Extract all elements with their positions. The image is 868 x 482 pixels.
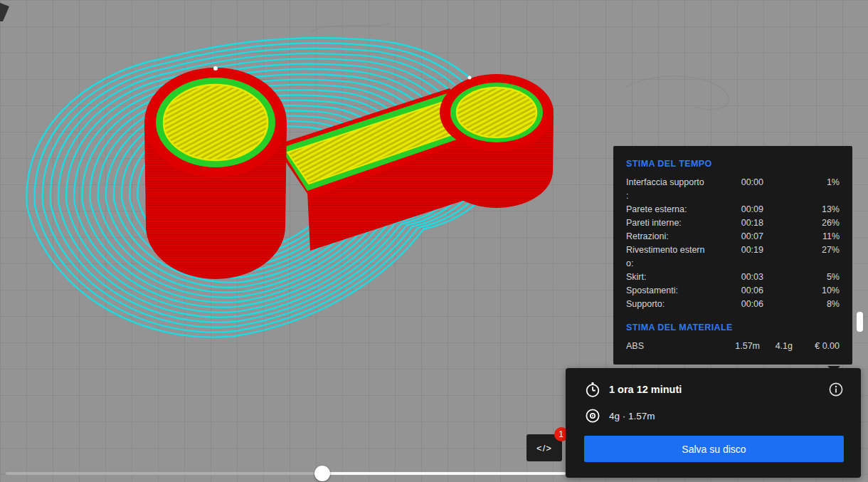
- time-row: Interfaccia supporto : 00:00 1%: [626, 176, 840, 203]
- time-row-label: Pareti interne:: [626, 216, 724, 230]
- material-weight: 4.1g: [760, 340, 793, 353]
- time-row-percent: 26%: [763, 216, 840, 230]
- time-row-percent: 27%: [763, 243, 840, 257]
- time-estimate-title: STIMA DEL TEMPO: [626, 157, 840, 171]
- material-name: ABS: [626, 340, 710, 353]
- time-row-label: Spostamenti:: [626, 284, 724, 298]
- material-estimate-title: STIMA DEL MATERIALE: [626, 321, 840, 335]
- time-row-percent: 1%: [763, 176, 840, 189]
- gcode-preview-button[interactable]: </> 1: [526, 434, 562, 461]
- sliced-model[interactable]: [144, 66, 554, 279]
- model-left-cylinder: [144, 66, 287, 279]
- slider-track-right[interactable]: [314, 472, 566, 475]
- time-row-value: 00:06: [724, 298, 763, 311]
- time-row-value: 00:03: [724, 271, 763, 284]
- time-row-label: Interfaccia supporto :: [626, 176, 724, 203]
- time-row-percent: 13%: [763, 203, 840, 216]
- time-row: Skirt: 00:03 5%: [626, 271, 840, 284]
- material-row: ABS 1.57m 4.1g € 0.00: [626, 340, 840, 353]
- filament-spool-icon: [584, 407, 601, 424]
- tooltip-arrow: [827, 366, 840, 372]
- code-icon: </>: [536, 443, 552, 454]
- z-seam-dot: [213, 66, 218, 70]
- time-row-label: Supporto:: [626, 298, 724, 311]
- time-row-value: 00:06: [724, 284, 763, 298]
- time-estimate-panel: STIMA DEL TEMPO Interfaccia supporto : 0…: [613, 146, 852, 365]
- material-usage-summary: 4g · 1.57m: [609, 411, 655, 421]
- time-row-percent: 11%: [763, 230, 840, 243]
- model-right-cylinder-top: [440, 74, 554, 151]
- time-row-label: Skirt:: [626, 271, 724, 284]
- info-icon[interactable]: [828, 382, 844, 397]
- panel-scrollbar-handle[interactable]: [857, 312, 863, 332]
- material-cost: € 0.00: [793, 340, 840, 353]
- time-row-percent: 10%: [763, 284, 840, 298]
- time-row: Rivestimento estern o: 00:19 27%: [626, 243, 840, 271]
- print-summary-panel: 1 ora 12 minuti 4g · 1.57m Salva su di: [566, 368, 861, 478]
- slider-track-left[interactable]: [6, 472, 314, 475]
- time-row-percent: 5%: [763, 271, 840, 284]
- time-row-value: 00:00: [724, 176, 763, 189]
- time-row-value: 00:07: [724, 230, 763, 243]
- time-row-value: 00:19: [724, 243, 763, 257]
- cura-preview-window: STIMA DEL TEMPO Interfaccia supporto : 0…: [0, 0, 868, 482]
- total-print-time: 1 ora 12 minuti: [609, 384, 682, 395]
- time-row: Parete esterna: 00:09 13%: [626, 203, 840, 216]
- material-length: 1.57m: [710, 340, 760, 353]
- corner-artifact: [0, 3, 9, 21]
- time-row-label: Parete esterna:: [626, 203, 724, 216]
- time-row-value: 00:09: [724, 203, 763, 216]
- clock-icon: [584, 381, 601, 398]
- time-row: Retrazioni: 00:07 11%: [626, 230, 840, 243]
- save-to-disk-button[interactable]: Salva su disco: [584, 436, 844, 462]
- time-row-percent: 8%: [763, 298, 840, 311]
- time-row: Pareti interne: 00:18 26%: [626, 216, 840, 230]
- slider-handle[interactable]: [314, 466, 330, 481]
- time-row-label: Rivestimento estern o:: [626, 243, 724, 271]
- time-row: Supporto: 00:06 8%: [626, 298, 840, 311]
- time-row-label: Retrazioni:: [626, 230, 724, 243]
- time-row-value: 00:18: [724, 216, 763, 230]
- time-row: Spostamenti: 00:06 10%: [626, 284, 840, 298]
- z-seam-dot: [468, 76, 472, 80]
